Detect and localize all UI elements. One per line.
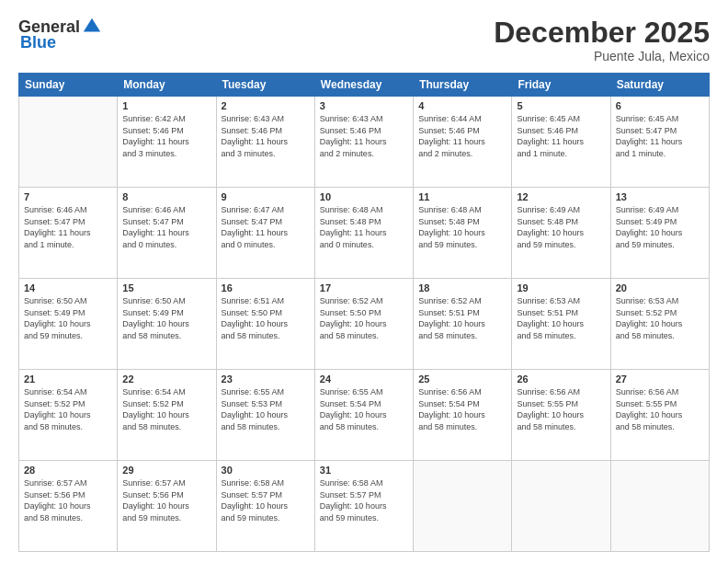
day-info: Sunrise: 6:51 AM Sunset: 5:50 PM Dayligh…	[222, 295, 310, 341]
day-number: 29	[122, 465, 210, 476]
day-info: Sunrise: 6:52 AM Sunset: 5:51 PM Dayligh…	[418, 295, 506, 341]
weekday-header-wednesday: Wednesday	[314, 74, 413, 97]
calendar-cell: 5Sunrise: 6:45 AM Sunset: 5:46 PM Daylig…	[512, 97, 610, 188]
day-info: Sunrise: 6:43 AM Sunset: 5:46 PM Dayligh…	[320, 113, 408, 159]
day-number: 24	[320, 373, 408, 385]
day-number: 12	[517, 191, 605, 202]
weekday-header-sunday: Sunday	[19, 74, 118, 97]
day-info: Sunrise: 6:48 AM Sunset: 5:48 PM Dayligh…	[418, 204, 506, 250]
day-info: Sunrise: 6:56 AM Sunset: 5:54 PM Dayligh…	[418, 386, 506, 432]
day-info: Sunrise: 6:58 AM Sunset: 5:57 PM Dayligh…	[222, 477, 310, 523]
day-number: 23	[222, 373, 310, 385]
day-info: Sunrise: 6:52 AM Sunset: 5:50 PM Dayligh…	[320, 295, 408, 341]
header: General Blue December 2025 Puente Jula, …	[18, 17, 710, 63]
day-info: Sunrise: 6:55 AM Sunset: 5:53 PM Dayligh…	[222, 386, 310, 432]
calendar-cell: 16Sunrise: 6:51 AM Sunset: 5:50 PM Dayli…	[216, 279, 314, 370]
weekday-header-saturday: Saturday	[610, 74, 709, 97]
calendar-cell: 26Sunrise: 6:56 AM Sunset: 5:55 PM Dayli…	[512, 370, 610, 461]
calendar-cell: 14Sunrise: 6:50 AM Sunset: 5:49 PM Dayli…	[19, 279, 118, 370]
day-number: 16	[222, 282, 310, 293]
day-number: 4	[418, 100, 506, 111]
day-number: 8	[122, 191, 210, 202]
logo-blue-text: Blue	[20, 33, 56, 52]
day-number: 22	[122, 373, 210, 385]
calendar-table: SundayMondayTuesdayWednesdayThursdayFrid…	[18, 73, 710, 552]
calendar-cell: 30Sunrise: 6:58 AM Sunset: 5:57 PM Dayli…	[216, 461, 314, 552]
day-number: 26	[517, 373, 605, 385]
subtitle: Puente Jula, Mexico	[494, 49, 710, 63]
day-info: Sunrise: 6:53 AM Sunset: 5:51 PM Dayligh…	[517, 295, 605, 341]
weekday-header-monday: Monday	[118, 74, 216, 97]
day-info: Sunrise: 6:50 AM Sunset: 5:49 PM Dayligh…	[24, 295, 112, 341]
day-number: 15	[122, 282, 210, 293]
logo-icon	[82, 17, 102, 37]
day-number: 1	[122, 100, 210, 111]
day-info: Sunrise: 6:48 AM Sunset: 5:48 PM Dayligh…	[320, 204, 408, 250]
week-row-5: 28Sunrise: 6:57 AM Sunset: 5:56 PM Dayli…	[19, 461, 710, 552]
calendar-cell: 15Sunrise: 6:50 AM Sunset: 5:49 PM Dayli…	[118, 279, 216, 370]
calendar-cell: 23Sunrise: 6:55 AM Sunset: 5:53 PM Dayli…	[216, 370, 314, 461]
calendar-cell: 11Sunrise: 6:48 AM Sunset: 5:48 PM Dayli…	[414, 188, 512, 279]
weekday-header-thursday: Thursday	[414, 74, 512, 97]
day-number: 10	[320, 191, 408, 202]
day-number: 3	[320, 100, 408, 111]
day-number: 21	[24, 373, 112, 385]
week-row-4: 21Sunrise: 6:54 AM Sunset: 5:52 PM Dayli…	[19, 370, 710, 461]
day-number: 9	[222, 191, 310, 202]
logo: General Blue	[18, 17, 102, 52]
week-row-3: 14Sunrise: 6:50 AM Sunset: 5:49 PM Dayli…	[19, 279, 710, 370]
day-info: Sunrise: 6:45 AM Sunset: 5:46 PM Dayligh…	[517, 113, 605, 159]
calendar-cell: 22Sunrise: 6:54 AM Sunset: 5:52 PM Dayli…	[118, 370, 216, 461]
day-info: Sunrise: 6:47 AM Sunset: 5:47 PM Dayligh…	[222, 204, 310, 250]
month-title: December 2025	[494, 17, 710, 49]
day-info: Sunrise: 6:57 AM Sunset: 5:56 PM Dayligh…	[24, 477, 112, 523]
day-info: Sunrise: 6:46 AM Sunset: 5:47 PM Dayligh…	[24, 204, 112, 250]
day-number: 19	[517, 282, 605, 293]
calendar-cell: 7Sunrise: 6:46 AM Sunset: 5:47 PM Daylig…	[19, 188, 118, 279]
day-number: 30	[222, 465, 310, 476]
calendar-cell: 8Sunrise: 6:46 AM Sunset: 5:47 PM Daylig…	[118, 188, 216, 279]
day-number: 31	[320, 465, 408, 476]
svg-marker-0	[84, 18, 100, 32]
weekday-header-tuesday: Tuesday	[216, 74, 314, 97]
calendar-cell: 29Sunrise: 6:57 AM Sunset: 5:56 PM Dayli…	[118, 461, 216, 552]
calendar-cell	[610, 461, 709, 552]
calendar-cell: 27Sunrise: 6:56 AM Sunset: 5:55 PM Dayli…	[610, 370, 709, 461]
day-number: 28	[24, 465, 112, 476]
calendar-cell	[414, 461, 512, 552]
calendar-cell: 9Sunrise: 6:47 AM Sunset: 5:47 PM Daylig…	[216, 188, 314, 279]
day-info: Sunrise: 6:44 AM Sunset: 5:46 PM Dayligh…	[418, 113, 506, 159]
calendar-cell: 2Sunrise: 6:43 AM Sunset: 5:46 PM Daylig…	[216, 97, 314, 188]
calendar-cell	[19, 97, 118, 188]
calendar-page: General Blue December 2025 Puente Jula, …	[0, 0, 728, 563]
calendar-cell	[512, 461, 610, 552]
calendar-cell: 28Sunrise: 6:57 AM Sunset: 5:56 PM Dayli…	[19, 461, 118, 552]
day-info: Sunrise: 6:53 AM Sunset: 5:52 PM Dayligh…	[616, 295, 704, 341]
calendar-cell: 1Sunrise: 6:42 AM Sunset: 5:46 PM Daylig…	[118, 97, 216, 188]
calendar-cell: 10Sunrise: 6:48 AM Sunset: 5:48 PM Dayli…	[314, 188, 413, 279]
calendar-cell: 17Sunrise: 6:52 AM Sunset: 5:50 PM Dayli…	[314, 279, 413, 370]
day-info: Sunrise: 6:58 AM Sunset: 5:57 PM Dayligh…	[320, 477, 408, 523]
calendar-cell: 12Sunrise: 6:49 AM Sunset: 5:48 PM Dayli…	[512, 188, 610, 279]
day-info: Sunrise: 6:55 AM Sunset: 5:54 PM Dayligh…	[320, 386, 408, 432]
day-info: Sunrise: 6:56 AM Sunset: 5:55 PM Dayligh…	[616, 386, 704, 432]
day-info: Sunrise: 6:54 AM Sunset: 5:52 PM Dayligh…	[24, 386, 112, 432]
calendar-cell: 25Sunrise: 6:56 AM Sunset: 5:54 PM Dayli…	[414, 370, 512, 461]
day-number: 13	[616, 191, 704, 202]
calendar-cell: 20Sunrise: 6:53 AM Sunset: 5:52 PM Dayli…	[610, 279, 709, 370]
day-info: Sunrise: 6:42 AM Sunset: 5:46 PM Dayligh…	[122, 113, 210, 159]
weekday-header-friday: Friday	[512, 74, 610, 97]
calendar-cell: 24Sunrise: 6:55 AM Sunset: 5:54 PM Dayli…	[314, 370, 413, 461]
day-number: 18	[418, 282, 506, 293]
day-number: 25	[418, 373, 506, 385]
day-info: Sunrise: 6:49 AM Sunset: 5:48 PM Dayligh…	[517, 204, 605, 250]
day-number: 20	[616, 282, 704, 293]
day-info: Sunrise: 6:54 AM Sunset: 5:52 PM Dayligh…	[122, 386, 210, 432]
title-block: December 2025 Puente Jula, Mexico	[494, 17, 710, 63]
day-number: 7	[24, 191, 112, 202]
weekday-header-row: SundayMondayTuesdayWednesdayThursdayFrid…	[19, 74, 710, 97]
week-row-1: 1Sunrise: 6:42 AM Sunset: 5:46 PM Daylig…	[19, 97, 710, 188]
calendar-cell: 18Sunrise: 6:52 AM Sunset: 5:51 PM Dayli…	[414, 279, 512, 370]
week-row-2: 7Sunrise: 6:46 AM Sunset: 5:47 PM Daylig…	[19, 188, 710, 279]
day-number: 6	[616, 100, 704, 111]
